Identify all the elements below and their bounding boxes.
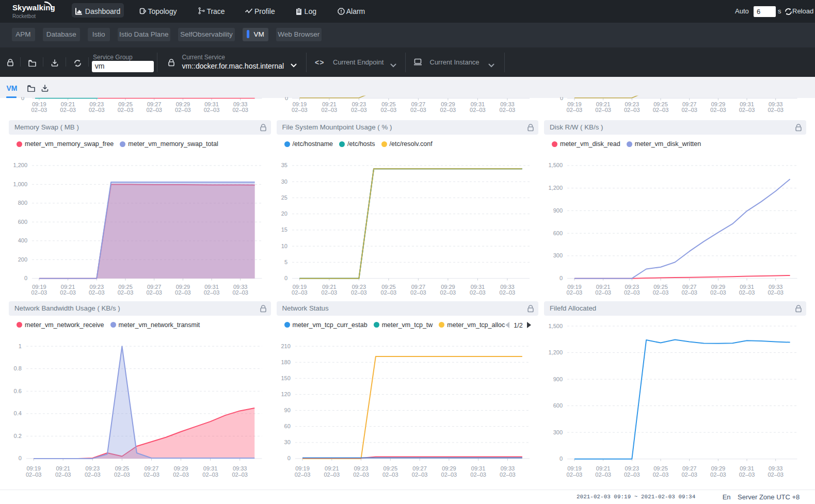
svg-text:02–03: 02–03	[146, 107, 162, 113]
svg-text:02–03: 02–03	[500, 107, 516, 113]
svg-text:02–03: 02–03	[89, 289, 105, 296]
svg-text:02–03: 02–03	[175, 289, 191, 296]
svg-text:09:27: 09:27	[682, 101, 697, 107]
svg-text:09:33: 09:33	[500, 101, 515, 107]
svg-text:210: 210	[281, 343, 290, 349]
svg-text:09:25: 09:25	[653, 284, 668, 290]
svg-text:09:19: 09:19	[32, 284, 46, 290]
svg-text:09:19: 09:19	[295, 465, 310, 472]
svg-text:0: 0	[284, 275, 287, 281]
svg-text:400: 400	[18, 237, 27, 243]
svg-text:02–03: 02–03	[175, 107, 191, 113]
svg-text:02–03: 02–03	[55, 472, 71, 478]
svg-text:09:33: 09:33	[769, 284, 783, 290]
svg-text:02–03: 02–03	[89, 107, 105, 113]
svg-text:09:29: 09:29	[441, 284, 455, 290]
svg-text:09:25: 09:25	[115, 465, 130, 472]
svg-text:02–03: 02–03	[739, 289, 755, 296]
svg-text:1: 1	[19, 343, 22, 349]
svg-text:02–03: 02–03	[595, 289, 611, 296]
svg-text:300: 300	[553, 252, 563, 258]
svg-text:02–03: 02–03	[500, 472, 516, 478]
svg-text:02–03: 02–03	[114, 472, 130, 478]
svg-text:02–03: 02–03	[85, 472, 101, 478]
svg-text:02–03: 02–03	[710, 107, 726, 113]
svg-text:02–03: 02–03	[470, 472, 486, 478]
svg-text:09:23: 09:23	[352, 101, 366, 107]
svg-text:09:25: 09:25	[381, 101, 396, 107]
svg-text:1/2: 1/2	[514, 322, 522, 329]
svg-text:02–03: 02–03	[768, 472, 784, 478]
svg-text:90: 90	[284, 407, 291, 413]
svg-text:02–03: 02–03	[470, 107, 486, 113]
svg-text:30: 30	[281, 178, 287, 185]
svg-text:02–03: 02–03	[768, 289, 784, 296]
svg-text:02–03: 02–03	[412, 472, 428, 478]
svg-text:02–03: 02–03	[232, 289, 248, 296]
svg-text:02–03: 02–03	[322, 107, 338, 113]
svg-text:02–03: 02–03	[710, 472, 726, 478]
svg-text:09:29: 09:29	[711, 284, 726, 290]
svg-text:02–03: 02–03	[204, 289, 220, 296]
svg-text:1,000: 1,000	[13, 181, 27, 187]
svg-text:200: 200	[18, 256, 27, 263]
svg-text:02–03: 02–03	[232, 472, 248, 478]
svg-text:300: 300	[553, 429, 563, 435]
svg-text:02–03: 02–03	[624, 107, 640, 113]
svg-text:09:25: 09:25	[653, 101, 668, 107]
svg-text:09:19: 09:19	[567, 465, 582, 472]
svg-text:09:31: 09:31	[740, 284, 754, 290]
svg-text:02–03: 02–03	[324, 472, 340, 478]
svg-text:09:29: 09:29	[711, 101, 726, 107]
svg-text:02–03: 02–03	[60, 289, 76, 296]
svg-text:02–03: 02–03	[173, 472, 189, 478]
svg-text:09:23: 09:23	[625, 101, 640, 107]
svg-text:600: 600	[553, 230, 563, 236]
svg-text:150: 150	[281, 375, 290, 381]
svg-text:09:33: 09:33	[500, 284, 515, 290]
svg-text:02–03: 02–03	[500, 289, 516, 296]
svg-text:600: 600	[553, 402, 563, 409]
svg-text:09:27: 09:27	[412, 465, 427, 472]
svg-text:02–03: 02–03	[567, 289, 583, 296]
svg-text:02–03: 02–03	[26, 472, 42, 478]
svg-text:02–03: 02–03	[710, 289, 726, 296]
svg-text:02–03: 02–03	[31, 107, 47, 113]
svg-text:0: 0	[24, 275, 27, 281]
svg-text:0.8: 0.8	[14, 365, 22, 371]
svg-text:0: 0	[560, 275, 563, 281]
svg-text:02–03: 02–03	[410, 107, 426, 113]
svg-text:02–03: 02–03	[118, 289, 134, 296]
svg-text:09:29: 09:29	[176, 101, 190, 107]
svg-text:0.2: 0.2	[14, 433, 22, 439]
svg-text:0: 0	[19, 455, 22, 461]
svg-text:0: 0	[287, 455, 291, 461]
svg-text:02–03: 02–03	[204, 107, 220, 113]
svg-text:09:31: 09:31	[203, 465, 218, 472]
svg-text:09:29: 09:29	[711, 465, 726, 472]
svg-text:09:33: 09:33	[769, 101, 783, 107]
svg-text:09:19: 09:19	[32, 101, 46, 107]
svg-text:09:27: 09:27	[682, 465, 697, 472]
svg-text:02–03: 02–03	[440, 107, 456, 113]
svg-text:09:23: 09:23	[90, 101, 104, 107]
svg-text:02–03: 02–03	[470, 289, 486, 296]
svg-text:09:23: 09:23	[352, 284, 366, 290]
svg-text:09:33: 09:33	[769, 465, 783, 472]
svg-text:02–03: 02–03	[681, 472, 697, 478]
svg-text:900: 900	[553, 207, 563, 214]
svg-text:09:21: 09:21	[61, 101, 75, 107]
svg-text:02–03: 02–03	[624, 472, 640, 478]
svg-text:10: 10	[281, 243, 287, 249]
svg-text:09:25: 09:25	[118, 101, 133, 107]
svg-text:09:31: 09:31	[204, 101, 219, 107]
svg-text:09:23: 09:23	[90, 284, 104, 290]
svg-text:25: 25	[281, 194, 287, 201]
svg-text:09:31: 09:31	[740, 465, 754, 472]
svg-text:09:21: 09:21	[596, 465, 611, 472]
svg-text:20: 20	[281, 210, 287, 217]
svg-text:09:29: 09:29	[442, 465, 456, 472]
svg-text:180: 180	[281, 359, 290, 365]
svg-text:1,200: 1,200	[548, 349, 563, 355]
svg-text:02–03: 02–03	[567, 107, 583, 113]
